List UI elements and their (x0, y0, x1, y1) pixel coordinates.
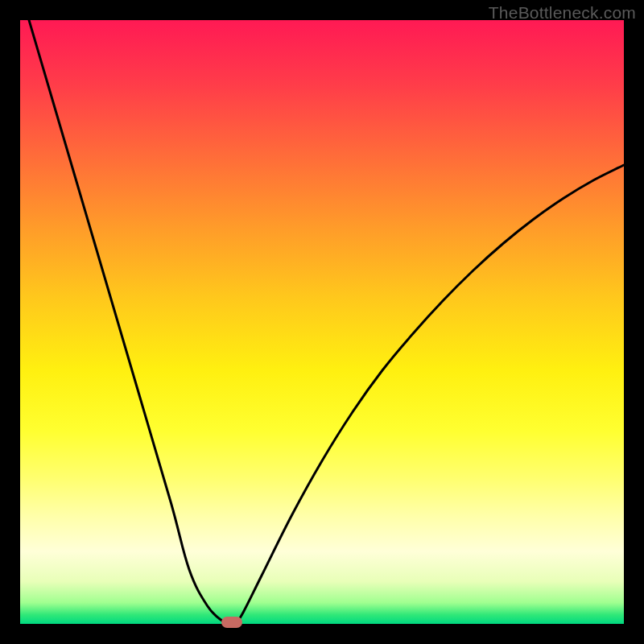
chart-container: TheBottleneck.com (0, 0, 644, 644)
plot-area (20, 20, 624, 624)
watermark-text: TheBottleneck.com (489, 3, 636, 23)
optimal-marker (221, 617, 242, 628)
